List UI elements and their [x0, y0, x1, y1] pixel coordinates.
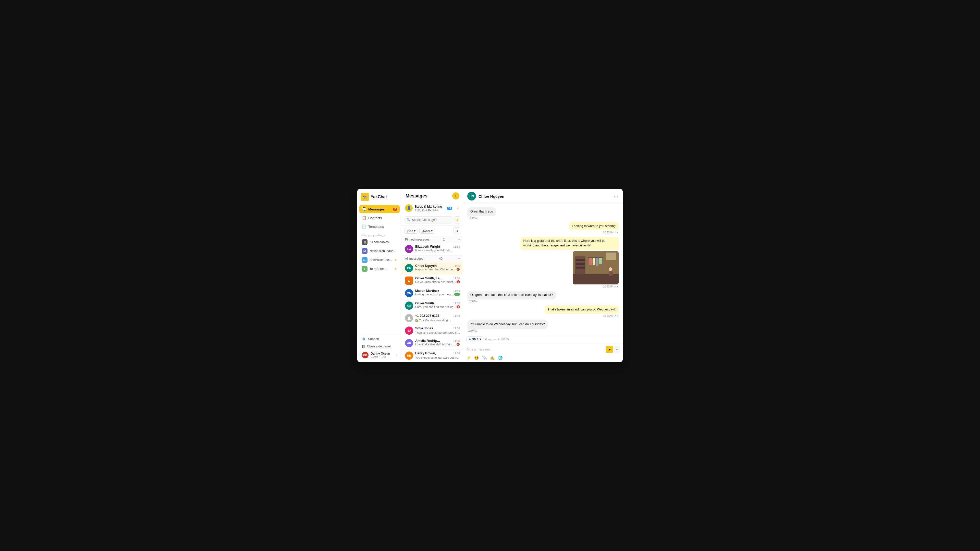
- svg-rect-6: [576, 267, 585, 268]
- message-wednesday: I'm unable to do Wednesday, but I can do…: [467, 320, 619, 332]
- chat-contact-name: Chloe Nguyen: [479, 194, 504, 198]
- company-settings-label: Company settings: [360, 231, 400, 238]
- phone-time: 11:30: [453, 314, 460, 318]
- pinned-contact-row[interactable]: 👤 Sales & Marketing +1(1) 224 456 544 10…: [402, 202, 463, 214]
- bubble-incoming-3: I'm unable to do Wednesday, but I can do…: [467, 320, 548, 329]
- all-chevron-icon: ▾: [458, 257, 460, 260]
- os-content: Oliver Smith 11:30 Sure, you can find ou…: [415, 302, 460, 308]
- attachment-icon[interactable]: 📎: [482, 356, 487, 360]
- chat-input-area: ● SMS ▾ 0 segment | 0/100 Type a message…: [463, 335, 623, 362]
- message-item-hb[interactable]: HB Henry Brown, Daniel Garcia,... 11:30 …: [402, 349, 463, 362]
- messages-badge: 2: [393, 208, 397, 211]
- company-terrasphere[interactable]: T TerraSphere ★: [360, 265, 400, 273]
- type-filter[interactable]: Type ▾: [404, 228, 418, 233]
- message-item-cn[interactable]: CN Chloe Nguyen 11:30 Happy to hear that…: [402, 262, 463, 275]
- message-item-os[interactable]: OS Oliver Smith 11:30 Sure, you can find…: [402, 300, 463, 312]
- sidebar-item-messages[interactable]: 💬 Messages 2: [360, 205, 400, 213]
- close-panel-item[interactable]: ◧ Close side panel: [360, 343, 400, 350]
- phone-preview: ✅ Yes Monday sounds g...: [415, 319, 450, 322]
- phone-name: +1 902 227 9123: [415, 314, 439, 318]
- svg-rect-4: [576, 259, 585, 261]
- message-item-phone[interactable]: +1 902 227 9123 11:30 ✅ Yes Monday sound…: [402, 312, 463, 324]
- all-companies-label: All companies: [369, 240, 397, 244]
- type-filter-label: Type: [407, 229, 413, 232]
- cn-mute-icon: 🔕: [456, 268, 460, 271]
- mm-avatar: MM: [405, 289, 413, 297]
- templates-icon: 📄: [362, 224, 366, 229]
- sidebar-item-templates[interactable]: 📄 Templates: [360, 222, 400, 230]
- sidebar-nav: 💬 Messages 2 📋 Contacts 📄 Templates Comp…: [357, 204, 402, 333]
- ar-name: Amelia Rodriguez: [415, 339, 441, 343]
- sj-name: Sofia Jones: [415, 327, 433, 330]
- message-item-sj[interactable]: SJ Sofia Jones 11:30 Thanks! It should b…: [402, 324, 463, 337]
- company-sunpulse[interactable]: SE SunPulse Energy ★: [360, 256, 400, 264]
- phone-avatar: [405, 314, 413, 322]
- lightning-icon[interactable]: ⚡: [466, 356, 471, 360]
- phone-content: +1 902 227 9123 11:30 ✅ Yes Monday sound…: [415, 314, 460, 322]
- cn-avatar: CN: [405, 264, 413, 272]
- svg-rect-5: [576, 263, 585, 265]
- svg-rect-12: [596, 258, 598, 266]
- contacts-label: Contacts: [368, 216, 382, 220]
- message-item-group[interactable]: 🗂 Oliver Smith, Leo Smith, H... 11:30 Do…: [402, 275, 463, 287]
- sidebar-item-contacts[interactable]: 📋 Contacts: [360, 214, 400, 222]
- ew-time: 11:30: [453, 245, 460, 248]
- support-item[interactable]: ⚙️ Support: [360, 335, 400, 343]
- close-panel-label: Close side panel: [367, 345, 390, 348]
- send-button[interactable]: ➤: [606, 346, 613, 353]
- filter-button[interactable]: ⚡: [455, 216, 460, 224]
- company-all[interactable]: ⊞ All companies: [360, 238, 400, 246]
- svg-rect-17: [612, 272, 613, 275]
- app-window: 🐃 YakChat 💬 Messages 2 📋 Contacts 📄 Temp…: [357, 189, 623, 362]
- ew-content: Elizabeth Wright 11:30 It was a really g…: [415, 245, 460, 252]
- advanced-filter-button[interactable]: ⚙: [453, 227, 460, 234]
- mm-lc-badge: LC: [454, 293, 460, 296]
- novafusion-label: Novafusion Industries: [369, 249, 397, 253]
- message-thats-taken: That's taken I'm afraid, can you do Wedn…: [467, 305, 619, 318]
- pinned-unread-badge: 10: [447, 206, 452, 210]
- cn-time: 11:30: [453, 264, 460, 267]
- translate-icon[interactable]: 🌐: [498, 356, 503, 360]
- support-icon: ⚙️: [362, 337, 366, 341]
- svg-rect-19: [611, 276, 612, 279]
- more-options-button[interactable]: ···: [614, 193, 619, 199]
- bubble-time-5: 10:50AM ✓✓: [603, 314, 619, 318]
- all-section-title: All messages: [405, 257, 423, 260]
- message-item-ar[interactable]: AR Amelia Rodriguez 11:30 I can't take t…: [402, 337, 463, 349]
- pinned-contact-name: Sales & Marketing: [415, 205, 442, 208]
- contacts-icon: 📋: [362, 216, 366, 220]
- emoji-icon[interactable]: 😊: [474, 356, 479, 360]
- bubble-incoming-1: Great thank you: [467, 207, 496, 216]
- sj-preview: Thanks! It should be delivered in...: [415, 331, 460, 334]
- bubble-outgoing-1: Looking forward to you starting: [569, 222, 619, 230]
- hb-avatar: HB: [405, 351, 413, 360]
- sunpulse-label: SunPulse Energy: [369, 258, 392, 262]
- add-message-button[interactable]: +: [452, 192, 460, 200]
- check-double-icon-2: ✓✓: [614, 285, 619, 288]
- ar-content: Amelia Rodriguez 11:30 I can't take that…: [415, 339, 460, 346]
- user-profile-row[interactable]: DO Danny Ocean Credit: 10.40 ›: [360, 350, 400, 360]
- user-name: Danny Ocean: [371, 352, 394, 355]
- sunpulse-star-icon: ★: [394, 258, 397, 262]
- search-icon: 🔍: [407, 218, 410, 222]
- bubble-outgoing-3: That's taken I'm afraid, can you do Wedn…: [545, 305, 619, 314]
- sms-selector[interactable]: ● SMS ▾: [466, 337, 484, 342]
- expand-button[interactable]: ▾: [614, 346, 620, 353]
- owner-filter[interactable]: Owner ▾: [419, 228, 435, 233]
- bubble-time-1: 10:50AM: [467, 217, 477, 219]
- owner-chevron-icon: ▾: [431, 229, 433, 233]
- sunpulse-avatar: SE: [362, 257, 368, 263]
- message-item-ew[interactable]: EW Elizabeth Wright 11:30 It was a reall…: [402, 243, 463, 256]
- company-novafusion[interactable]: NI Novafusion Industries: [360, 247, 400, 256]
- pinned-contact-info: Sales & Marketing +1(1) 224 456 544: [415, 205, 442, 211]
- signature-icon[interactable]: ✍: [490, 356, 495, 360]
- message-list: CN Chloe Nguyen 11:30 Happy to hear that…: [402, 262, 463, 362]
- message-great-thank-you: Great thank you 10:50AM: [467, 207, 619, 219]
- chat-header: CN Chloe Nguyen ···: [463, 189, 623, 204]
- mm-name: Mason Martinez: [415, 289, 439, 292]
- terrasphere-label: TerraSphere: [369, 267, 392, 271]
- cn-content: Chloe Nguyen 11:30 Happy to hear that Ch…: [415, 264, 460, 271]
- message-item-mm[interactable]: MM Mason Martinez 11:30 Loving the look …: [402, 287, 463, 300]
- sj-avatar: SJ: [405, 327, 413, 335]
- search-input[interactable]: [404, 216, 453, 224]
